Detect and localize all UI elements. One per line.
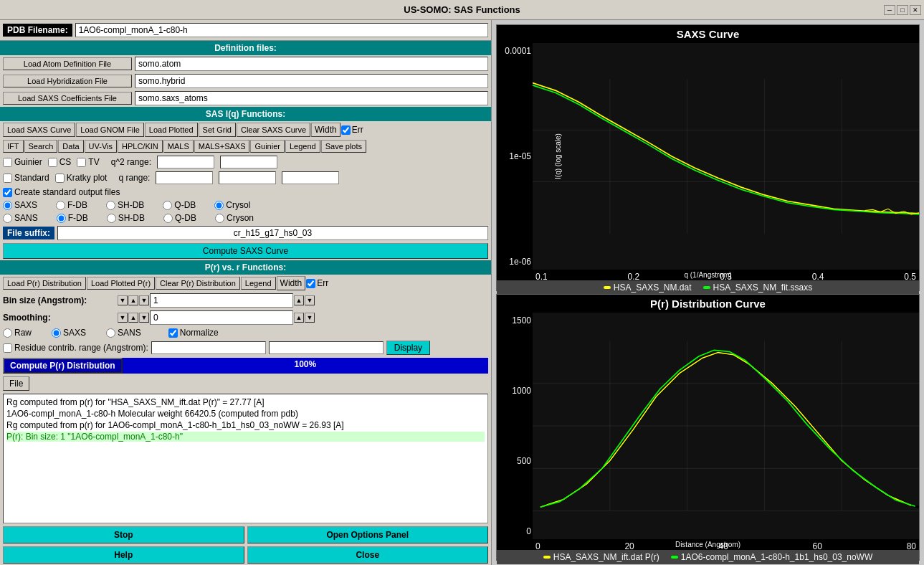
q-range-input2[interactable]	[219, 171, 276, 184]
shdb-saxs-radio[interactable]	[106, 201, 115, 210]
compute-saxs-button[interactable]: Compute SAXS Curve	[3, 243, 488, 259]
save-plots-button[interactable]: Save plots	[321, 140, 366, 153]
sans-radio[interactable]	[3, 214, 12, 223]
saxs-legend-item-1: HSA_SAXS_NM.dat	[604, 282, 692, 293]
smooth-val-up-btn[interactable]: ▲	[294, 313, 304, 323]
sans-radio-group: SANS F-DB SH-DB Q-DB Cryson	[0, 212, 491, 224]
clear-pr-distribution-button[interactable]: Clear P(r) Distribution	[156, 277, 240, 290]
q-range-input1[interactable]	[156, 171, 213, 184]
create-output-check-label[interactable]: Create standard output files	[3, 187, 120, 197]
saxs-coeff-input[interactable]	[135, 91, 488, 105]
display-button[interactable]: Display	[386, 341, 430, 355]
err-checkbox[interactable]	[341, 125, 351, 135]
pr-err-checkbox[interactable]	[306, 279, 315, 288]
uvvis-button[interactable]: UV-Vis	[85, 140, 117, 153]
kratky-checkbox[interactable]	[55, 174, 65, 183]
close-button[interactable]: Close	[247, 546, 489, 564]
smooth-step-down-btn[interactable]: ▼	[139, 313, 149, 323]
width-button[interactable]: Width	[311, 123, 340, 137]
residue-input2[interactable]	[269, 341, 384, 354]
pdb-row: PDB Filename:	[0, 20, 491, 41]
bin-size-label: Bin size (Angstrom):	[3, 295, 118, 305]
residue-checkbox[interactable]	[3, 343, 12, 353]
bin-down-btn[interactable]: ▼	[118, 295, 128, 305]
pr-err-checkbox-label[interactable]: Err	[306, 278, 328, 288]
guinier-checkbox[interactable]	[3, 158, 12, 167]
hybrid-input[interactable]	[135, 74, 488, 88]
maximize-button[interactable]: □	[897, 5, 908, 15]
pr-x-ticks: 0 20 40 60 80	[533, 541, 919, 551]
sans-pr-radio[interactable]	[106, 328, 115, 338]
qdb-saxs-radio[interactable]	[163, 201, 172, 210]
mals-saxs-button[interactable]: MALS+SAXS	[194, 140, 250, 153]
bin-size-input[interactable]	[150, 293, 293, 308]
smooth-val-down-btn[interactable]: ▼	[305, 313, 315, 323]
q2-range-input1[interactable]	[157, 156, 214, 168]
cryson-radio[interactable]	[215, 214, 224, 223]
smooth-down-btn[interactable]: ▼	[118, 313, 128, 323]
guinier-check-label[interactable]: Guinier	[3, 157, 42, 167]
normalize-checkbox[interactable]	[168, 328, 178, 338]
load-saxs-curve-button[interactable]: Load SAXS Curve	[3, 123, 75, 137]
compute-saxs-row: Compute SAXS Curve	[0, 242, 491, 260]
q-range-input3[interactable]	[282, 171, 339, 184]
open-options-button[interactable]: Open Options Panel	[247, 526, 489, 543]
ift-button[interactable]: IFT	[3, 140, 24, 153]
saxs-pr-radio[interactable]	[52, 328, 61, 338]
residue-input1[interactable]	[151, 341, 266, 354]
fdb-saxs-radio[interactable]	[56, 201, 65, 210]
q2-range-input2[interactable]	[220, 156, 277, 168]
pr-legend-button[interactable]: Legend	[241, 277, 276, 290]
fdb-sans-radio[interactable]	[57, 214, 66, 223]
standard-checkbox[interactable]	[3, 174, 12, 183]
bottom-section: Stop Open Options Panel Help Close	[0, 525, 491, 565]
clear-saxs-curve-button[interactable]: Clear SAXS Curve	[237, 123, 310, 137]
load-saxs-coefficients-button[interactable]: Load SAXS Coefficients File	[3, 92, 132, 105]
file-suffix-input[interactable]	[57, 226, 488, 240]
stop-button[interactable]: Stop	[3, 526, 244, 543]
err-checkbox-label[interactable]: Err	[341, 123, 363, 137]
qdb-sans-radio[interactable]	[163, 214, 173, 223]
compute-pr-button[interactable]: Compute P(r) Distribution	[3, 358, 123, 374]
atom-def-input[interactable]	[135, 57, 488, 71]
file-suffix-label: File suffix:	[3, 227, 54, 239]
load-hybridization-button[interactable]: Load Hybridization File	[3, 75, 132, 87]
legend-button[interactable]: Legend	[285, 140, 320, 153]
minimize-button[interactable]: ─	[884, 5, 895, 15]
guinier-button[interactable]: Guinier	[250, 140, 284, 153]
standard-check-label[interactable]: Standard	[3, 173, 49, 183]
bin-step-down-btn[interactable]: ▼	[139, 295, 149, 305]
close-button[interactable]: ✕	[910, 5, 921, 15]
mals-button[interactable]: MALS	[163, 140, 194, 153]
bin-val-up-btn[interactable]: ▲	[294, 295, 304, 305]
raw-radio[interactable]	[3, 328, 12, 338]
saxs-legend-label-2: HSA_SAXS_NM_fit.ssaxs	[713, 282, 813, 293]
tv-checkbox[interactable]	[77, 158, 86, 167]
tv-check-label[interactable]: TV	[77, 157, 99, 167]
data-button[interactable]: Data	[58, 140, 83, 153]
cs-checkbox[interactable]	[48, 158, 57, 167]
pr-y-axis: 1500 1000 500 0	[497, 313, 533, 539]
load-plotted-pr-button[interactable]: Load Plotted P(r)	[87, 277, 155, 290]
pr-width-button[interactable]: Width	[277, 276, 306, 290]
pdb-input[interactable]	[75, 23, 488, 37]
shdb-sans-radio[interactable]	[107, 214, 116, 223]
kratky-check-label[interactable]: Kratky plot	[55, 173, 108, 183]
search-button[interactable]: Search	[24, 140, 58, 153]
load-gnom-file-button[interactable]: Load GNOM File	[76, 123, 144, 137]
load-pr-distribution-button[interactable]: Load P(r) Distribution	[3, 277, 86, 290]
bin-up-btn[interactable]: ▲	[128, 295, 138, 305]
saxs-radio[interactable]	[3, 201, 12, 210]
load-atom-definition-button[interactable]: Load Atom Definition File	[3, 57, 132, 70]
cs-check-label[interactable]: CS	[48, 157, 72, 167]
set-grid-button[interactable]: Set Grid	[199, 123, 236, 137]
file-button[interactable]: File	[3, 376, 29, 391]
smoothing-input[interactable]	[150, 310, 293, 325]
smooth-up-btn[interactable]: ▲	[128, 313, 138, 323]
hplckin-button[interactable]: HPLC/KIN	[118, 140, 163, 153]
create-output-checkbox[interactable]	[3, 188, 12, 197]
load-plotted-button[interactable]: Load Plotted	[145, 123, 198, 137]
crysol-radio[interactable]	[214, 201, 224, 210]
help-button[interactable]: Help	[3, 546, 244, 564]
bin-val-down-btn[interactable]: ▼	[305, 295, 315, 305]
